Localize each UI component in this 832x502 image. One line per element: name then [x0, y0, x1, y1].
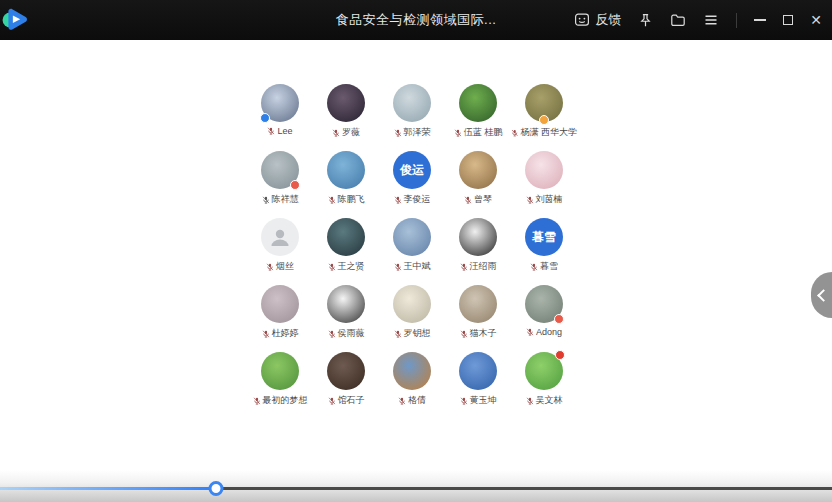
- participant[interactable]: 黄玉坤: [445, 352, 511, 419]
- muted-mic-icon: [262, 330, 270, 338]
- avatar: [393, 218, 431, 256]
- participant-name: 罗薇: [342, 126, 360, 139]
- avatar: [393, 285, 431, 323]
- seek-bar[interactable]: [0, 487, 832, 490]
- participant[interactable]: 侯雨薇: [313, 285, 379, 352]
- avatar: [327, 285, 365, 323]
- muted-mic-icon: [530, 263, 538, 271]
- participant-label: 暮雪: [530, 260, 558, 273]
- avatar-text: 暮雪: [532, 231, 556, 243]
- avatar: [261, 285, 299, 323]
- avatar: [459, 84, 497, 122]
- chevron-left-icon: [817, 289, 830, 302]
- participant-name: 馆石子: [338, 394, 365, 407]
- participant-name: 黄玉坤: [470, 394, 497, 407]
- muted-mic-icon: [398, 397, 406, 405]
- participant[interactable]: 吴文林: [511, 352, 577, 419]
- participant-label: 陈祥慧: [262, 193, 299, 206]
- muted-mic-icon: [394, 129, 402, 137]
- avatar: [261, 151, 299, 189]
- avatar: 暮雪: [525, 218, 563, 256]
- participant[interactable]: 郭泽荣: [379, 84, 445, 151]
- avatar: [327, 151, 365, 189]
- participant[interactable]: 刘茵楠: [511, 151, 577, 218]
- participant-label: 刘茵楠: [526, 193, 563, 206]
- participant[interactable]: 馆石子: [313, 352, 379, 419]
- titlebar-separator: [736, 13, 737, 28]
- avatar: [459, 218, 497, 256]
- participant-label: 王之贤: [328, 260, 365, 273]
- participant-name: 吴文林: [536, 394, 563, 407]
- muted-mic-icon: [394, 263, 402, 271]
- participant-label: 李俊运: [394, 193, 431, 206]
- minimize-button[interactable]: [754, 19, 766, 21]
- app-window: 食品安全与检测领域国际... 反馈: [0, 0, 832, 502]
- avatar: [393, 352, 431, 390]
- muted-mic-icon: [328, 196, 336, 204]
- muted-mic-icon: [526, 397, 534, 405]
- participant[interactable]: 王之贤: [313, 218, 379, 285]
- muted-mic-icon: [394, 330, 402, 338]
- participant-label: 王中斌: [394, 260, 431, 273]
- participant[interactable]: 罗薇: [313, 84, 379, 151]
- participant[interactable]: 罗钥想: [379, 285, 445, 352]
- participant[interactable]: 暮雪 暮雪: [511, 218, 577, 285]
- participant[interactable]: 最初的梦想: [247, 352, 313, 419]
- player-bar: [0, 470, 832, 502]
- avatar: [459, 285, 497, 323]
- avatar: [327, 352, 365, 390]
- participant-label: 罗钥想: [394, 327, 431, 340]
- participant-name: 陈祥慧: [272, 193, 299, 206]
- participant-name: Adong: [536, 327, 562, 337]
- participant[interactable]: Adong: [511, 285, 577, 352]
- participant[interactable]: 俊运 李俊运: [379, 151, 445, 218]
- participant-name: 格倩: [408, 394, 426, 407]
- seek-handle[interactable]: [209, 481, 224, 496]
- participant[interactable]: 陈祥慧: [247, 151, 313, 218]
- avatar: [525, 285, 563, 323]
- menu-button[interactable]: [703, 12, 719, 28]
- folder-button[interactable]: [670, 12, 686, 28]
- participant[interactable]: 王中斌: [379, 218, 445, 285]
- status-badge: [539, 115, 549, 125]
- participant-name: Lee: [277, 126, 292, 136]
- participant[interactable]: 格倩: [379, 352, 445, 419]
- muted-mic-icon: [328, 330, 336, 338]
- participant[interactable]: Lee: [247, 84, 313, 151]
- content-area: Lee 罗薇 郭泽荣 伍蓝 桂鹏 杨潇 西华大学 陈祥慧 陈鹏飞俊运 李俊运 曾…: [0, 40, 832, 470]
- avatar: [525, 84, 563, 122]
- muted-mic-icon: [460, 397, 468, 405]
- participant[interactable]: 烟丝: [247, 218, 313, 285]
- participant[interactable]: 汪绍雨: [445, 218, 511, 285]
- status-badge: [290, 180, 300, 190]
- muted-mic-icon: [460, 330, 468, 338]
- participant-name: 刘茵楠: [536, 193, 563, 206]
- close-button[interactable]: ✕: [810, 13, 822, 27]
- participant-name: 侯雨薇: [338, 327, 365, 340]
- muted-mic-icon: [253, 397, 261, 405]
- muted-mic-icon: [266, 263, 274, 271]
- muted-mic-icon: [454, 129, 462, 137]
- participant-label: 罗薇: [332, 126, 360, 139]
- participant[interactable]: 猫木子: [445, 285, 511, 352]
- muted-mic-icon: [511, 129, 518, 137]
- muted-mic-icon: [267, 127, 275, 135]
- participant[interactable]: 杨潇 西华大学: [511, 84, 577, 151]
- participant-label: 馆石子: [328, 394, 365, 407]
- seek-progress: [0, 487, 216, 490]
- participant-name: 王中斌: [404, 260, 431, 273]
- participant-label: 曾琴: [464, 193, 492, 206]
- feedback-button[interactable]: 反馈: [574, 11, 621, 29]
- participant-label: 黄玉坤: [460, 394, 497, 407]
- participant-name: 杨潇 西华大学: [520, 126, 577, 139]
- participant-name: 陈鹏飞: [338, 193, 365, 206]
- participant[interactable]: 陈鹏飞: [313, 151, 379, 218]
- participant-name: 猫木子: [470, 327, 497, 340]
- pin-button[interactable]: [638, 13, 653, 28]
- participant-name: 王之贤: [338, 260, 365, 273]
- participant[interactable]: 曾琴: [445, 151, 511, 218]
- maximize-button[interactable]: [783, 15, 793, 25]
- participant[interactable]: 伍蓝 桂鹏: [445, 84, 511, 151]
- participant-name: 汪绍雨: [470, 260, 497, 273]
- participant[interactable]: 杜婷婷: [247, 285, 313, 352]
